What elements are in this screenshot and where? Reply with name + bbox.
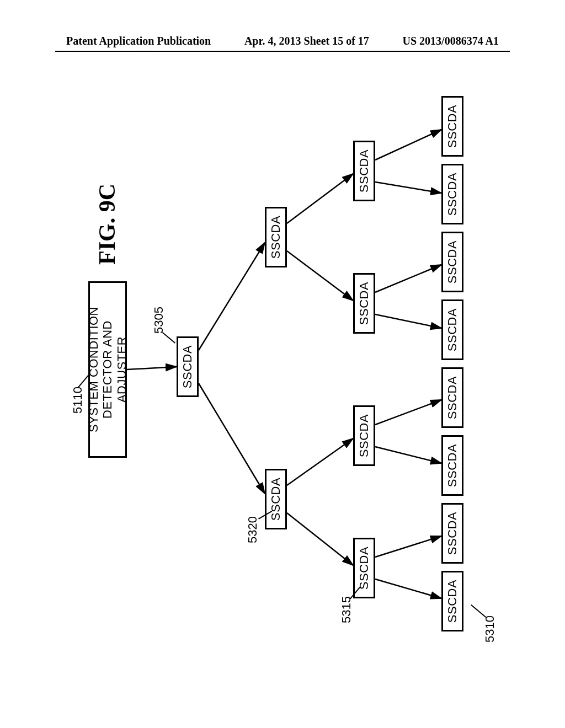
figure-stage: FIG. 9C SYSTEM CONDITION DETECTOR AND AD… bbox=[55, 83, 510, 662]
header-center: Apr. 4, 2013 Sheet 15 of 17 bbox=[244, 35, 369, 47]
connectors bbox=[55, 83, 510, 662]
header-rule bbox=[55, 51, 510, 52]
figure-rotated: FIG. 9C SYSTEM CONDITION DETECTOR AND AD… bbox=[55, 83, 510, 662]
header-left: Patent Application Publication bbox=[66, 35, 211, 47]
header-right: US 2013/0086374 A1 bbox=[403, 35, 499, 47]
